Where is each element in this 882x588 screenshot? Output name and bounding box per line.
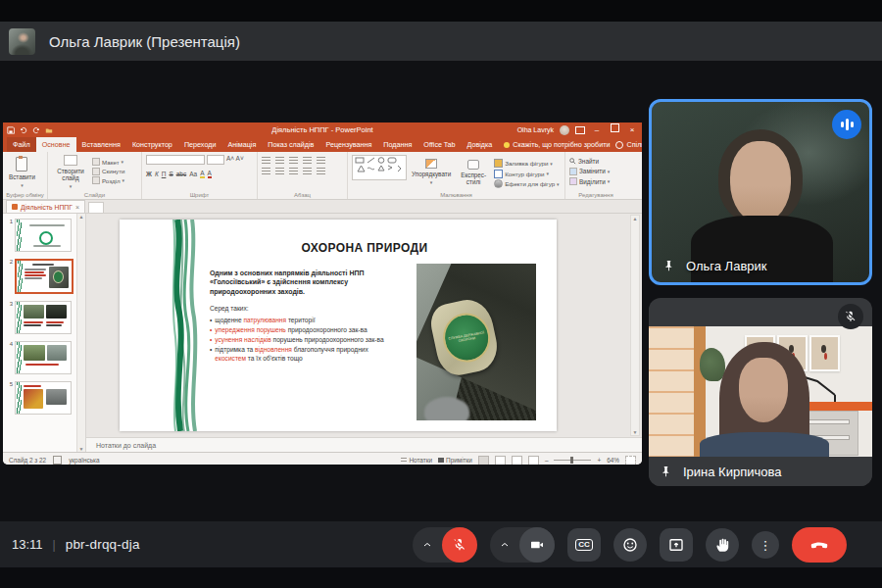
select-button[interactable]: Виділити ▾ [569,177,610,185]
chevron-up-icon[interactable] [499,539,511,551]
camera-control[interactable] [490,527,555,563]
change-case-button[interactable]: Aa [189,171,197,177]
indent-increase-icon[interactable] [303,157,312,164]
paste-button[interactable]: Вставити ▾ [7,155,37,189]
section-button[interactable]: Розділ▾ [92,176,124,184]
indent-decrease-icon[interactable] [289,157,298,164]
slideshow-view-button[interactable] [528,456,539,466]
slide[interactable]: ОХОРОНА ПРИРОДИ Одним з основних напрямк… [120,220,557,431]
tab-animations[interactable]: Анімація [221,137,262,152]
tab-help[interactable]: Довідка [461,137,498,152]
share-button[interactable]: Спільний доступ [615,140,642,149]
comments-toggle[interactable]: Примітки [438,457,472,464]
numbered-list-icon[interactable] [275,157,284,164]
shapes-gallery[interactable] [352,155,407,180]
slide-scrollbar[interactable]: ▲ ▼ [630,215,640,436]
shape-outline-button[interactable]: Контур фігури▾ [494,170,559,178]
justify-icon[interactable] [303,168,312,174]
tab-file[interactable]: Файл [7,137,36,152]
underline-button[interactable]: П [162,171,167,177]
account-name[interactable]: Olha Lavryk [517,126,554,133]
account-avatar[interactable] [560,125,569,135]
camera-button[interactable] [519,527,555,563]
display-settings-icon[interactable] [575,126,585,134]
tab-design[interactable]: Конструктор [126,137,178,152]
more-options-button[interactable]: ⋮ [752,531,779,559]
shape-fill-button[interactable]: Заливка фігури▾ [494,159,559,168]
thumbnail-scrollbar[interactable]: ▲ ▼ [76,214,85,452]
pin-icon[interactable] [662,259,676,273]
undo-icon[interactable] [20,126,27,134]
captions-button[interactable]: CC [567,528,601,562]
open-folder-icon[interactable] [45,126,53,134]
scroll-down-icon[interactable]: ▼ [633,429,638,435]
scroll-down-icon[interactable]: ▼ [79,446,84,452]
save-icon[interactable] [7,126,15,134]
scroll-up-icon[interactable]: ▲ [79,214,84,220]
mic-off-button[interactable] [442,527,477,563]
layout-button[interactable]: Макет▾ [92,158,124,166]
restore-button[interactable] [609,122,620,137]
spellcheck-icon[interactable] [53,456,62,465]
find-button[interactable]: Знайти [569,158,610,165]
tab-insert[interactable]: Вставлення [76,137,126,152]
zoom-out-button[interactable]: – [545,457,549,464]
tab-close-icon[interactable]: × [75,204,79,211]
slide-thumbnail-2-selected[interactable] [15,259,74,294]
tab-slideshow[interactable]: Показ слайдів [262,137,319,152]
present-button[interactable] [660,528,693,562]
new-document-tab[interactable] [88,202,104,213]
bold-button[interactable]: Ж [146,171,152,177]
chevron-up-icon[interactable] [421,539,433,551]
notes-pane[interactable]: Нотатки до слайда [86,437,642,452]
redo-icon[interactable] [32,126,40,134]
reactions-button[interactable] [613,528,647,562]
end-call-button[interactable] [792,527,847,563]
reset-button[interactable]: Скинути [92,168,124,175]
highlight-button[interactable]: А [200,170,204,178]
align-center-icon[interactable] [275,168,284,174]
tab-home[interactable]: Основне [36,137,76,152]
pin-icon[interactable] [659,465,673,479]
new-slide-button[interactable]: Створити слайд ▾ [52,155,89,189]
italic-button[interactable]: К [155,171,159,177]
slide-sorter-view-button[interactable] [495,456,506,466]
line-spacing-icon[interactable] [317,157,325,164]
tell-me-box[interactable]: Скажіть, що потрібно зробити [498,140,615,149]
fit-slide-button[interactable] [625,456,636,466]
zoom-slider[interactable] [554,460,591,461]
tab-office-tab[interactable]: Office Tab [417,137,461,152]
zoom-in-button[interactable]: + [597,457,601,464]
raise-hand-button[interactable] [706,528,739,562]
tab-review[interactable]: Рецензування [319,137,377,152]
zoom-level[interactable]: 64% [607,457,619,464]
font-name-select[interactable] [146,155,205,165]
language-status[interactable]: українська [69,457,99,464]
reading-view-button[interactable] [512,456,522,466]
shape-effects-button[interactable]: Ефекти для фігур▾ [494,179,559,188]
align-right-icon[interactable] [289,168,298,174]
video-tile-iryna[interactable]: Ірина Кирпичова [649,298,872,486]
columns-icon[interactable] [317,168,325,174]
document-tab[interactable]: Діяльність НППГ × [6,200,85,213]
strikethrough-button[interactable]: S [169,171,172,177]
tab-view[interactable]: Подання [377,137,417,152]
notes-toggle[interactable]: Нотатки [401,457,432,464]
minimize-button[interactable]: – [591,122,603,137]
slide-thumbnail-3[interactable] [15,301,72,334]
slide-thumbnail-5[interactable] [15,381,72,415]
tab-transitions[interactable]: Переходи [178,137,222,152]
quick-styles-button[interactable]: Експрес-стилі [456,155,491,189]
font-size-select[interactable] [207,155,224,165]
align-left-icon[interactable] [262,168,270,174]
close-button[interactable]: × [626,122,638,137]
mic-control[interactable] [413,527,477,563]
normal-view-button[interactable] [478,456,489,466]
font-color-button[interactable]: А [208,170,212,178]
replace-button[interactable]: Замінити ▾ [569,168,610,175]
clear-format-button[interactable]: abc [176,171,186,177]
slide-thumbnail-1[interactable] [15,219,72,252]
bullet-list-icon[interactable] [262,157,270,164]
scroll-up-icon[interactable]: ▲ [633,216,638,221]
arrange-button[interactable]: Упорядкувати ▾ [410,155,453,189]
